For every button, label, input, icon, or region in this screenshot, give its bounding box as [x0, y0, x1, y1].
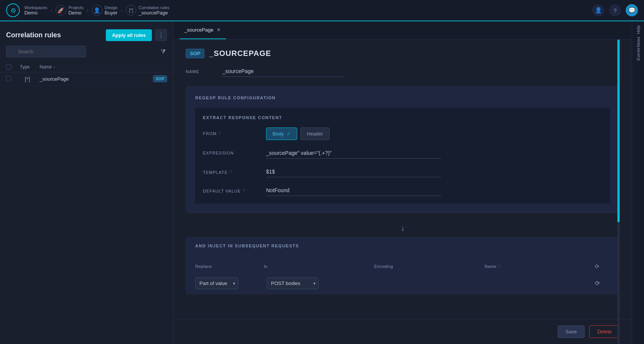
replace-select[interactable]: Part of value Entire value [195, 277, 238, 289]
name-col-help-icon[interactable]: ? [498, 264, 501, 269]
header-button[interactable]: Header [300, 127, 330, 140]
sidebar-title: Correlation rules [6, 31, 61, 39]
sort-icon: ↑ [53, 65, 55, 69]
sidebar-header: Correlation rules Apply all rules ⋮ [0, 21, 173, 46]
inject-col-in: In [264, 264, 374, 269]
detail-header: SOP _SOURCEPAGE [186, 49, 620, 58]
tab-close-button[interactable]: ✕ [216, 26, 222, 33]
arrow-down: ↓ [186, 219, 620, 237]
user-button[interactable]: 👤 [592, 4, 604, 16]
config-card-title: REGEXP RULE CONFIGURATION [195, 96, 610, 100]
right-panel: _sourcePage ✕ SOP _SOURCEPAGE NAME REGEX… [174, 21, 632, 344]
default-value-field-row: DEFAULT VALUE ? [203, 185, 603, 196]
inject-table-row: Part of value Entire value POST bodies U… [186, 273, 619, 294]
breadcrumb-correlation-rules[interactable]: [*] Correlation rules _sourcePage [126, 5, 169, 16]
more-options-button[interactable]: ⋮ [155, 29, 167, 41]
tab-bar: _sourcePage ✕ [174, 21, 632, 40]
sidebar: Correlation rules Apply all rules ⋮ 🔍 ⧩ … [0, 21, 174, 344]
sidebar-header-actions: Apply all rules ⋮ [106, 29, 167, 41]
row-name: _sourcePage [40, 76, 148, 82]
from-help-icon[interactable]: ? [218, 131, 221, 136]
row-checkbox[interactable] [6, 76, 15, 81]
inject-col-name: Name ? [485, 264, 595, 269]
from-buttons: Body ✓ Header [266, 127, 603, 140]
tab-label: _sourcePage [184, 27, 214, 33]
tab-source-page[interactable]: _sourcePage ✕ [180, 21, 226, 39]
inject-col-encoding: Encoding [374, 264, 485, 269]
template-label: TEMPLATE ? [203, 166, 260, 175]
inject-header: AND INJECT IN SUBSEQUENT REQUESTS [186, 237, 619, 260]
chat-button[interactable]: 💬 [626, 4, 638, 16]
expression-input[interactable] [266, 148, 441, 159]
replace-select-wrap: Part of value Entire value [195, 277, 264, 289]
detail-sop-badge: SOP [186, 49, 204, 58]
default-value-input[interactable] [266, 185, 441, 196]
topnav-right-actions: 👤 ? 💬 [592, 4, 638, 16]
body-button[interactable]: Body ✓ [266, 127, 297, 140]
in-select-wrap: POST bodies URL parameters Headers [267, 277, 373, 289]
from-field-row: FROM ? Body ✓ Header [203, 127, 603, 140]
main-content: Correlation rules Apply all rules ⋮ 🔍 ⧩ … [0, 21, 644, 344]
breadcrumb-projects[interactable]: 🚀 Projects Demo [56, 5, 84, 16]
expression-field-row: EXPRESSION [203, 148, 603, 159]
breadcrumb-workspaces[interactable]: Workspaces Demo [24, 5, 47, 16]
default-value [266, 185, 603, 196]
inject-section-title: AND INJECT IN SUBSEQUENT REQUESTS [195, 244, 610, 248]
detail-content: SOP _SOURCEPAGE NAME REGEXP RULE CONFIGU… [174, 40, 632, 319]
inject-col-replace: Replace [195, 264, 264, 269]
top-navigation: ⊙ Workspaces Demo › 🚀 Projects Demo › 👤 … [0, 0, 644, 21]
strip-help-button[interactable]: Help [633, 24, 644, 35]
apply-all-button[interactable]: Apply all rules [106, 29, 152, 41]
template-field-row: TEMPLATE ? [203, 166, 603, 177]
filter-button[interactable]: ⧩ [159, 47, 167, 57]
app-logo: ⊙ [6, 3, 20, 17]
table-row[interactable]: [*] _sourcePage SOP [0, 72, 173, 86]
from-label: FROM ? [203, 127, 260, 136]
name-label: NAME [186, 69, 216, 74]
search-wrapper: 🔍 [6, 46, 156, 57]
regexp-config-card: REGEXP RULE CONFIGURATION EXTRACT RESPON… [186, 86, 620, 213]
breadcrumb-design[interactable]: 👤 Design Buyer [92, 5, 118, 16]
inject-card: AND INJECT IN SUBSEQUENT REQUESTS Replac… [186, 237, 620, 294]
strip-news-button[interactable]: News [633, 37, 644, 47]
right-strip: Help News Events [632, 21, 644, 344]
header-type: Type [20, 64, 35, 70]
inject-table-header: Replace In Encoding Name ? ⟳ [186, 260, 619, 273]
design-icon: 👤 [92, 5, 102, 16]
extract-section-title: EXTRACT RESPONSE CONTENT [203, 115, 603, 120]
row-add-icon[interactable]: ⟳ [595, 280, 610, 287]
correlation-icon: [*] [126, 5, 136, 16]
detail-title: _SOURCEPAGE [209, 49, 271, 58]
search-row: 🔍 ⧩ [0, 46, 173, 62]
default-value-label: DEFAULT VALUE ? [203, 185, 260, 194]
save-button[interactable]: Save [558, 325, 585, 338]
inject-col-actions: ⟳ [595, 263, 610, 269]
strip-events-button[interactable]: Events [633, 49, 644, 59]
expression-label: EXPRESSION [203, 148, 260, 155]
delete-button[interactable]: Delete [589, 325, 620, 338]
template-input[interactable] [266, 166, 441, 177]
help-button[interactable]: ? [609, 4, 621, 16]
projects-icon: 🚀 [56, 5, 66, 16]
name-input[interactable] [222, 66, 344, 77]
template-value [266, 166, 603, 177]
sop-badge: SOP [153, 75, 167, 82]
default-help-icon[interactable]: ? [242, 188, 245, 194]
name-field-row: NAME [186, 66, 620, 77]
header-checkbox[interactable] [6, 64, 15, 70]
template-help-icon[interactable]: ? [229, 169, 232, 175]
expression-value [266, 148, 603, 159]
row-type-icon: [*] [20, 76, 35, 82]
footer-actions: Save Delete [174, 319, 632, 344]
search-input[interactable] [6, 46, 86, 57]
in-select[interactable]: POST bodies URL parameters Headers [267, 277, 319, 289]
table-header: Type Name ↑ [0, 62, 173, 72]
header-name[interactable]: Name ↑ [40, 64, 167, 70]
